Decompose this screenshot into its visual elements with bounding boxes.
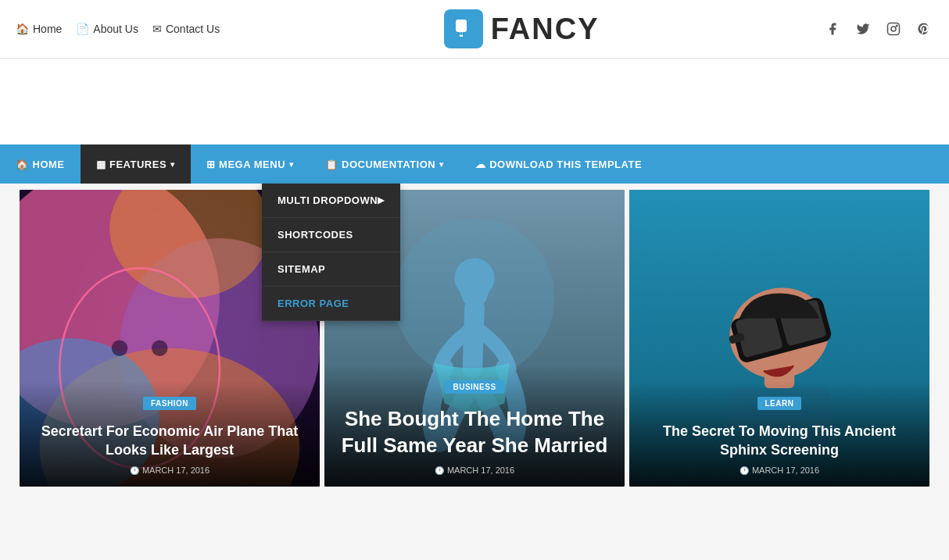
features-chevron: ▾ <box>170 160 175 169</box>
card-3[interactable]: LEARN The Secret To Moving This Ancient … <box>629 190 929 487</box>
card-3-badge: LEARN <box>757 397 802 410</box>
dropdown-label-1: SHORTCODES <box>278 229 353 241</box>
card-1-badge-wrap: FASHION <box>35 397 304 416</box>
card-2-date: 🕐 MARCH 17, 2016 <box>340 465 609 475</box>
dropdown-label-3: ERROR PAGE <box>278 298 349 309</box>
social-links <box>823 20 933 38</box>
features-dropdown: MULTI DROPDOWN ▶ SHORTCODES SITEMAP ERRO… <box>262 184 400 321</box>
clock-icon-2: 🕐 <box>435 466 444 475</box>
docs-chevron: ▾ <box>439 160 444 169</box>
dropdown-error-page[interactable]: ERROR PAGE <box>262 287 400 321</box>
nav-home-label: Home <box>33 23 62 35</box>
card-1-badge: FASHION <box>143 397 196 410</box>
svg-line-17 <box>472 309 474 369</box>
download-icon: ☁ <box>475 159 486 170</box>
svg-point-5 <box>896 25 897 27</box>
card-1-date: 🕐 MARCH 17, 2016 <box>35 465 304 475</box>
navbar: 🏠 HOME ▦ FEATURES ▾ ⊞ MEGA MENU ▾ 📋 DOCU… <box>0 144 949 184</box>
megamenu-chevron: ▾ <box>289 160 294 169</box>
navbar-home[interactable]: 🏠 HOME <box>0 144 81 184</box>
logo[interactable]: FANCY <box>444 9 600 48</box>
logo-text: FANCY <box>491 12 600 46</box>
card-3-title: The Secret To Moving This Ancient Sphinx… <box>645 423 914 459</box>
card-1-title: Secretart For Economic Air Plane That Lo… <box>35 423 304 459</box>
nav-contact-label: Contact Us <box>166 23 220 35</box>
docs-icon: 📋 <box>325 159 338 170</box>
instagram-link[interactable] <box>884 20 903 38</box>
navbar-documentation[interactable]: 📋 DOCUMENTATION ▾ <box>310 144 460 184</box>
navbar-mega-menu[interactable]: ⊞ MEGA MENU ▾ <box>191 144 310 184</box>
logo-icon <box>444 9 483 48</box>
dropdown-multi-dropdown[interactable]: MULTI DROPDOWN ▶ <box>262 184 400 218</box>
card-3-badge-wrap: LEARN <box>645 397 914 416</box>
pinterest-link[interactable] <box>915 20 933 38</box>
svg-rect-0 <box>456 20 467 32</box>
dropdown-label-2: SITEMAP <box>278 263 325 275</box>
card-3-date: 🕐 MARCH 17, 2016 <box>645 465 914 475</box>
nav-contact-link[interactable]: ✉ Contact Us <box>152 23 220 35</box>
dropdown-label-0: MULTI DROPDOWN <box>278 194 378 206</box>
ad-banner <box>0 59 949 144</box>
home-nav-icon: 🏠 <box>16 159 29 170</box>
nav-about-link[interactable]: 📄 About Us <box>76 23 138 35</box>
navbar-download[interactable]: ☁ DOWNLOAD THIS TEMPLATE <box>460 144 657 184</box>
home-icon: 🏠 <box>16 23 29 35</box>
contact-icon: ✉ <box>152 23 162 35</box>
svg-point-14 <box>152 341 167 356</box>
card-2-badge-wrap: BUSINESS <box>340 380 609 400</box>
navbar-features[interactable]: ▦ FEATURES ▾ <box>81 144 191 184</box>
card-2-badge: BUSINESS <box>445 380 503 394</box>
nav-about-label: About Us <box>93 23 138 35</box>
twitter-link[interactable] <box>854 20 872 38</box>
svg-point-13 <box>112 341 127 356</box>
arrow-icon: ▶ <box>378 195 385 205</box>
about-icon: 📄 <box>76 23 89 35</box>
svg-point-2 <box>460 32 463 35</box>
svg-rect-3 <box>888 23 900 35</box>
header-nav-left: 🏠 Home 📄 About Us ✉ Contact Us <box>16 23 220 35</box>
dropdown-sitemap[interactable]: SITEMAP <box>262 252 400 287</box>
card-2-title: She Bought The Home The Full Same Year S… <box>340 406 609 459</box>
card-2-overlay: BUSINESS She Bought The Home The Full Sa… <box>324 365 625 487</box>
facebook-link[interactable] <box>823 20 842 38</box>
card-1-overlay: FASHION Secretart For Economic Air Plane… <box>20 381 320 487</box>
dropdown-shortcodes[interactable]: SHORTCODES <box>262 218 400 252</box>
nav-home-link[interactable]: 🏠 Home <box>16 23 62 35</box>
site-header: 🏠 Home 📄 About Us ✉ Contact Us FANCY <box>0 0 949 59</box>
card-3-overlay: LEARN The Secret To Moving This Ancient … <box>629 381 929 487</box>
features-grid-icon: ▦ <box>96 159 106 170</box>
clock-icon-3: 🕐 <box>740 466 749 475</box>
megamenu-icon: ⊞ <box>206 159 216 170</box>
svg-point-18 <box>454 259 494 298</box>
clock-icon-1: 🕐 <box>130 466 139 475</box>
cards-grid: FASHION Secretart For Economic Air Plane… <box>20 190 929 487</box>
main-content: FASHION Secretart For Economic Air Plane… <box>0 184 949 502</box>
svg-point-4 <box>891 27 896 31</box>
